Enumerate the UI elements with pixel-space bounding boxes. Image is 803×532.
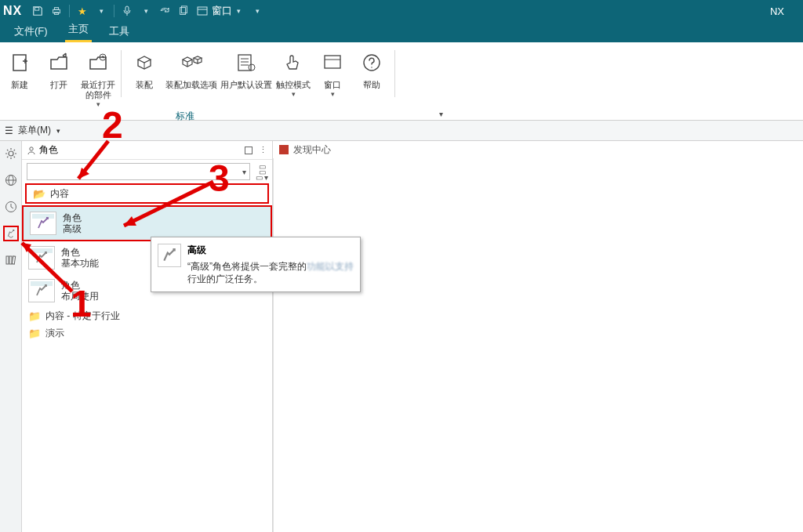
role-filter-dropdown[interactable]: ▾ <box>27 163 250 180</box>
menu-file[interactable]: 文件(F) <box>11 21 51 42</box>
tooltip-title: 高级 <box>187 244 354 257</box>
ribbon-recent[interactable]: 最近打开 的部件 ▾ <box>78 47 118 108</box>
ribbon-sublabel[interactable]: 标准 <box>176 110 194 123</box>
role-thumb-icon <box>30 212 56 235</box>
folder-industry[interactable]: 📁 内容 - 特定于行业 <box>22 307 272 324</box>
menu-home[interactable]: 主页 <box>65 19 92 42</box>
assemble-load-icon <box>164 47 219 78</box>
main-area: 角色 ⋮ ▾ ▭▭▭ ▾ 📂 内容 角色 <box>0 141 803 532</box>
save-icon[interactable] <box>30 3 45 19</box>
print-icon[interactable] <box>49 3 64 19</box>
ribbon-assemble[interactable]: 装配 <box>125 47 164 90</box>
history-icon[interactable] <box>3 199 19 215</box>
ribbon-new-label: 新建 <box>0 80 39 90</box>
ribbon-separator <box>121 50 122 97</box>
side-panel-title: 角色 <box>39 143 240 157</box>
roles-icon[interactable] <box>3 226 19 241</box>
ribbon-recent-label: 最近打开 的部件 <box>78 80 118 100</box>
folder-content[interactable]: 📂 内容 <box>27 185 267 202</box>
mic-icon[interactable] <box>119 3 135 19</box>
chevron-down-icon: ▾ <box>78 100 118 108</box>
chevron-down-icon[interactable]: ▾ <box>138 3 154 19</box>
chevron-down-icon: ▾ <box>56 127 60 135</box>
svg-rect-26 <box>12 256 15 264</box>
touch-icon <box>274 47 313 78</box>
ribbon-user-defaults[interactable]: 用户默认设置 <box>219 47 274 90</box>
folder-content-label: 内容 <box>50 187 69 201</box>
window-menu[interactable]: 窗口 ▾ <box>212 3 248 19</box>
chevron-down-icon[interactable]: ▾ <box>249 3 265 19</box>
ribbon-new[interactable]: 新建 <box>0 47 39 90</box>
ribbon-touch-mode[interactable]: 触控模式 ▾ <box>274 47 313 98</box>
ribbon-separator <box>394 50 395 97</box>
window-menu-label: 窗口 <box>212 4 232 18</box>
help-icon <box>352 47 391 78</box>
folder-open-icon: 📂 <box>33 188 45 200</box>
list-view-icon[interactable]: ▭▭▭ ▾ <box>255 164 272 180</box>
secondary-bar: ☰ 菜单(M) ▾ <box>0 121 803 141</box>
window-title: NX <box>770 5 784 17</box>
tooltip-icon <box>158 244 181 267</box>
content-tab[interactable]: 发现中心 <box>273 141 337 158</box>
chevron-down-icon[interactable]: ▾ <box>439 110 443 118</box>
svg-rect-2 <box>55 8 59 10</box>
ribbon-user-defaults-label: 用户默认设置 <box>219 80 274 90</box>
role-header-icon <box>27 146 36 155</box>
globe-icon[interactable] <box>3 172 19 188</box>
ribbon-help[interactable]: 帮助 <box>352 47 391 90</box>
menu-tools[interactable]: 工具 <box>106 21 133 42</box>
role-label-line2: 高级 <box>63 223 82 234</box>
svg-rect-9 <box>13 55 26 71</box>
app-logo: NX <box>3 4 22 18</box>
ribbon-window[interactable]: 窗口 ▾ <box>313 47 352 98</box>
redo-icon[interactable] <box>157 3 173 19</box>
hamburger-icon[interactable]: ☰ <box>5 125 13 136</box>
menu-dropdown-label: 菜单(M) <box>18 125 51 136</box>
toolbar-divider <box>114 5 114 17</box>
ribbon-assemble-load-label: 装配加载选项 <box>164 80 219 90</box>
chevron-down-icon: ▾ <box>313 90 352 98</box>
content-area: 发现中心 <box>273 141 803 532</box>
svg-point-15 <box>249 64 255 71</box>
role-label-line1: 角色 <box>61 247 99 258</box>
ribbon-open[interactable]: 打开 <box>39 47 78 90</box>
svg-rect-0 <box>35 8 39 11</box>
maximize-icon[interactable] <box>245 147 253 154</box>
assemble-icon <box>125 47 164 78</box>
panel-options-icon[interactable]: ⋮ <box>259 145 267 155</box>
copy-icon[interactable] <box>176 3 191 19</box>
open-icon <box>39 47 78 78</box>
svg-rect-16 <box>325 56 340 68</box>
left-rail <box>0 141 22 532</box>
ribbon-window-label: 窗口 <box>313 80 352 90</box>
ribbon-assemble-load[interactable]: 装配加载选项 <box>164 47 219 90</box>
svg-point-19 <box>9 151 13 156</box>
recent-icon <box>78 47 118 78</box>
folder-icon: 📁 <box>28 310 41 322</box>
folder-icon: 📁 <box>28 328 41 339</box>
role-label-line1: 角色 <box>63 212 82 223</box>
menu-dropdown[interactable]: 菜单(M) ▾ <box>18 124 60 137</box>
ribbon-assemble-label: 装配 <box>125 80 164 90</box>
chevron-down-icon: ▾ <box>274 90 313 98</box>
star-icon[interactable]: ★ <box>74 3 90 19</box>
menu-bar: 文件(F) 主页 工具 <box>0 22 803 42</box>
svg-rect-7 <box>198 7 207 15</box>
tooltip-advanced-role: 高级 “高级”角色将提供一套完整的功能以支持 行业的广泛任务。 <box>151 237 361 292</box>
svg-rect-24 <box>6 256 9 264</box>
role-label-line1: 角色 <box>61 280 99 291</box>
folder-demo-label: 演示 <box>45 327 64 340</box>
folder-demo[interactable]: 📁 演示 <box>22 324 272 342</box>
role-thumb-icon <box>28 246 55 270</box>
svg-rect-25 <box>9 256 12 264</box>
tooltip-body: “高级”角色将提供一套完整的功能以支持 行业的广泛任务。 <box>187 260 354 285</box>
folder-industry-label: 内容 - 特定于行业 <box>45 309 120 323</box>
chevron-down-icon[interactable]: ▾ <box>93 3 109 19</box>
library-icon[interactable] <box>3 252 19 268</box>
window-layout-icon[interactable] <box>194 3 210 19</box>
chevron-down-icon: ▾ <box>231 3 246 19</box>
gear-icon[interactable] <box>3 146 19 161</box>
role-label-line2: 布局使用 <box>61 291 99 302</box>
discovery-icon <box>279 145 289 154</box>
chevron-down-icon: ▾ <box>242 168 246 176</box>
